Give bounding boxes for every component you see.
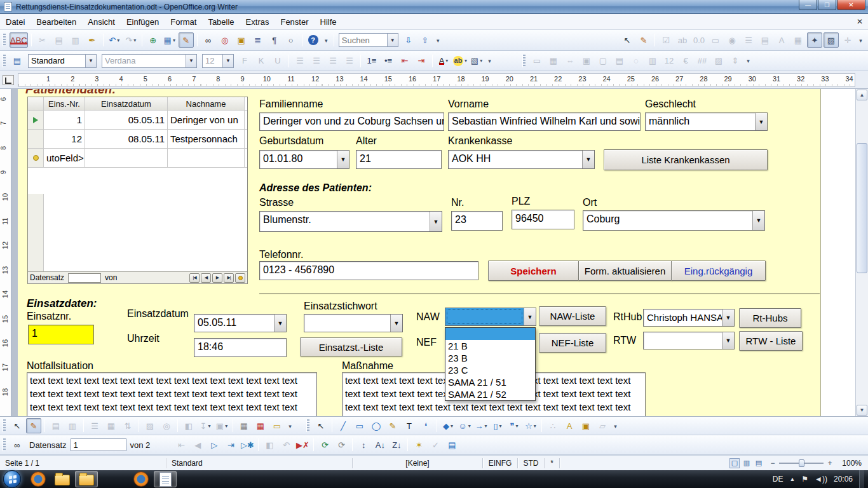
formdesign-overflow-icon[interactable]: ▾ bbox=[286, 419, 294, 433]
toolbar-grip[interactable] bbox=[522, 55, 526, 67]
scrollbar-thumb[interactable] bbox=[857, 143, 867, 273]
refresh-icon[interactable]: ⟳ bbox=[317, 437, 332, 452]
table-row[interactable]: 12 08.05.11 Testpersonnach bbox=[28, 130, 247, 149]
delete-record-icon[interactable]: ▶✗ bbox=[295, 437, 310, 452]
last-record-icon[interactable]: ⇥ bbox=[223, 437, 238, 452]
zoom-slider-thumb[interactable] bbox=[799, 459, 804, 467]
keyboard-language-indicator[interactable]: DE bbox=[773, 475, 783, 484]
vorname-field[interactable]: Sebastian Winfried Wilhelm Karl und sowi… bbox=[448, 112, 641, 131]
clone-formatting-icon[interactable]: ✒ bbox=[85, 32, 100, 48]
find-next-icon[interactable]: ⇩ bbox=[401, 32, 416, 48]
uhrzeit-field[interactable]: 18:46 bbox=[194, 338, 287, 357]
book-view-icon[interactable]: ▤ bbox=[754, 458, 764, 468]
einsatzstichwort-dropdown-arrow-icon[interactable]: ▼ bbox=[390, 315, 402, 332]
menu-ansicht[interactable]: Ansicht bbox=[82, 15, 121, 29]
callout-shapes-icon[interactable]: ❞▾ bbox=[506, 418, 522, 433]
toolbar-grip[interactable] bbox=[3, 34, 6, 46]
single-page-view-icon[interactable]: ▢ bbox=[729, 458, 740, 468]
strasse-combo[interactable]: Blumenstr. ▼ bbox=[259, 211, 442, 232]
data-sources-icon[interactable]: ≣ bbox=[250, 32, 266, 48]
geschlecht-combo[interactable]: männlich ▼ bbox=[645, 112, 768, 131]
naw-option-sama-21-51[interactable]: SAMA 21 / 51 bbox=[445, 376, 535, 388]
numbered-list-icon[interactable]: 1≡ bbox=[364, 53, 379, 69]
font-color-icon[interactable]: A▾ bbox=[436, 53, 451, 69]
new-record-icon[interactable] bbox=[235, 273, 245, 283]
ort-dropdown-arrow-icon[interactable]: ▼ bbox=[752, 211, 764, 230]
close-button[interactable]: ✕ bbox=[837, 0, 865, 10]
telefon-field[interactable]: 0123 - 4567890 bbox=[259, 261, 478, 280]
menu-tabelle[interactable]: Tabelle bbox=[202, 15, 240, 29]
naw-liste-button[interactable]: NAW-Liste bbox=[539, 306, 606, 326]
freeform-line-icon[interactable]: ✎ bbox=[385, 418, 400, 433]
block-arrows-icon[interactable]: →▾ bbox=[473, 418, 489, 433]
nr-field[interactable]: 23 bbox=[451, 211, 503, 231]
close-document-icon[interactable]: ✕ bbox=[857, 17, 863, 26]
nonprinting-characters-icon[interactable]: ¶ bbox=[267, 32, 282, 48]
einsatzst-liste-button[interactable]: Einsatzst.-Liste bbox=[300, 337, 402, 356]
toolbar-grip[interactable] bbox=[3, 55, 6, 67]
taskbar-writer-window-button[interactable] bbox=[154, 471, 177, 487]
clock[interactable]: 20:06 bbox=[834, 475, 853, 484]
action-center-flag-icon[interactable]: ⚑ bbox=[801, 475, 808, 484]
scroll-down-icon[interactable]: ▼ bbox=[857, 405, 867, 416]
menu-fenster[interactable]: Fenster bbox=[275, 15, 314, 29]
ellipse-icon[interactable]: ◯ bbox=[369, 418, 384, 433]
rt-hubs-button[interactable]: Rt-Hubs bbox=[739, 308, 801, 328]
design-mode-icon[interactable]: ✎ bbox=[179, 32, 194, 48]
select-icon[interactable]: ↖ bbox=[10, 418, 25, 433]
vertical-ruler[interactable]: 6789101112131415161718 bbox=[0, 89, 11, 416]
naw-option-23-b[interactable]: 23 B bbox=[445, 352, 535, 364]
table-row[interactable]: 1 05.05.11 Deringer von un bbox=[28, 111, 247, 130]
refresh-control-icon[interactable]: ⟳ bbox=[334, 437, 349, 452]
cell-nachname[interactable]: Deringer von un bbox=[168, 111, 245, 129]
toolbar-grip[interactable] bbox=[3, 438, 6, 451]
hyperlink-icon[interactable]: ⊕ bbox=[146, 32, 161, 48]
rthub-combo[interactable]: Christoph HANSA ▼ bbox=[643, 309, 735, 327]
horizontal-ruler[interactable]: 1234567891011121314151617181920212223242… bbox=[0, 71, 868, 89]
volume-icon[interactable]: ◄)) bbox=[815, 475, 827, 484]
rectangle-icon[interactable]: ▭ bbox=[352, 418, 367, 433]
stars-icon[interactable]: ☆▾ bbox=[523, 418, 538, 433]
scroll-up-icon[interactable]: ▲ bbox=[857, 90, 867, 100]
drawing-overflow-icon[interactable]: ▾ bbox=[611, 419, 620, 433]
nef-liste-button[interactable]: NEF-Liste bbox=[539, 333, 606, 353]
einsatzstichwort-combo[interactable]: ▼ bbox=[304, 314, 403, 332]
search-input[interactable] bbox=[342, 36, 384, 45]
naw-option-23-c[interactable]: 23 C bbox=[445, 364, 535, 376]
select-icon[interactable]: ↖ bbox=[620, 32, 635, 48]
menu-einfügen[interactable]: Einfügen bbox=[121, 15, 165, 29]
taskbar-firefox-icon[interactable] bbox=[27, 471, 50, 487]
menu-extras[interactable]: Extras bbox=[240, 15, 275, 29]
sort-ascending-icon[interactable]: A↓ bbox=[372, 437, 388, 452]
row-selector-header[interactable] bbox=[28, 97, 44, 110]
flowchart-icon[interactable]: ▯▾ bbox=[490, 418, 505, 433]
notfallsituation-textarea[interactable]: text text text text text text text text … bbox=[27, 372, 317, 416]
sort-descending-icon[interactable]: Z↓ bbox=[389, 437, 404, 452]
page-number-status[interactable]: Seite 1 / 1 bbox=[0, 458, 166, 468]
style-dropdown-arrow-icon[interactable]: ▼ bbox=[85, 55, 96, 67]
open-in-design-mode-icon[interactable]: ▨ bbox=[824, 32, 839, 48]
taskbar-explorer-icon[interactable] bbox=[51, 471, 74, 487]
find-record-icon[interactable]: ∞ bbox=[10, 437, 25, 452]
column-header-einsatzdatum[interactable]: Einsatzdatum bbox=[85, 97, 168, 110]
search-input-combo[interactable]: ▼ bbox=[339, 33, 398, 47]
cell-einsatzdatum[interactable]: 05.05.11 bbox=[85, 111, 168, 129]
autofilter-icon[interactable]: ✶ bbox=[411, 437, 426, 452]
table-row-new[interactable]: utoFeld> bbox=[28, 149, 247, 168]
navigator-icon[interactable]: ◎ bbox=[217, 32, 233, 48]
cell-einsatzdatum[interactable]: 08.05.11 bbox=[85, 130, 168, 148]
toolbar-overflow-icon[interactable]: ▾ bbox=[322, 34, 330, 48]
speichern-button[interactable]: Speichern bbox=[488, 261, 579, 281]
menu-format[interactable]: Format bbox=[165, 15, 202, 29]
ort-combo[interactable]: Coburg ▼ bbox=[583, 210, 765, 231]
eing-rueckgaengig-button[interactable]: Eing.rückgängig bbox=[671, 261, 766, 281]
naw-option-21-b[interactable]: 21 B bbox=[445, 340, 535, 352]
patients-table[interactable]: Eins.-Nr. Einsatzdatum Nachname 1 05.05.… bbox=[27, 97, 248, 284]
toolbar-grip[interactable] bbox=[306, 419, 309, 432]
bullet-list-icon[interactable]: •≡ bbox=[381, 53, 396, 69]
menu-bearbeiten[interactable]: Bearbeiten bbox=[31, 15, 82, 29]
decrease-indent-icon[interactable]: ⇤ bbox=[397, 53, 412, 69]
rtw-combo[interactable]: ▼ bbox=[643, 332, 735, 349]
controls-overflow-icon[interactable]: ▾ bbox=[857, 34, 865, 48]
controls2-overflow-icon[interactable]: ▾ bbox=[744, 55, 752, 69]
